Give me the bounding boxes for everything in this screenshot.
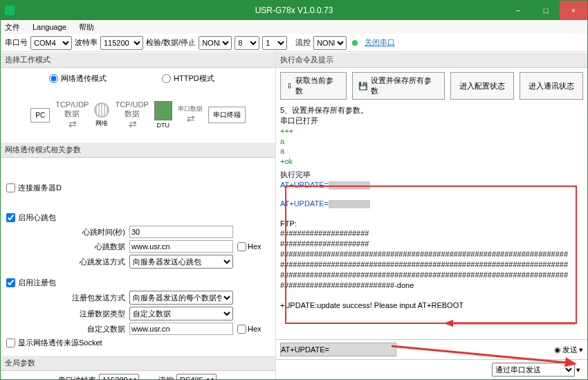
port-select[interactable]: COM4: [30, 36, 72, 50]
stopbits-select[interactable]: 1: [262, 36, 287, 50]
flow-label: 流控: [295, 37, 311, 48]
reg-type-select[interactable]: 自定义数据: [129, 307, 233, 320]
download-icon: ⇩: [286, 82, 293, 91]
reg-hex-chk[interactable]: [237, 325, 246, 334]
btn-setparams[interactable]: 💾设置并保存所有参数: [352, 72, 445, 100]
parity-label: 检验/数据/停止: [146, 37, 196, 48]
chk-heartbeat[interactable]: [6, 213, 15, 222]
log-output: 5、设置并保存所有参数。 串口已打开 +++ a a +ok 执行完毕 AT+U…: [276, 104, 587, 339]
send-input[interactable]: [280, 343, 396, 356]
mode-diagram: PC TCP/UDP数据⇄ 网络 TCP/UDP数据⇄ DTU 串口数据⇄ 串口…: [8, 88, 268, 142]
hb-hex-chk[interactable]: [237, 242, 246, 251]
annotation-arrow-icon: [443, 318, 575, 328]
maximize-button[interactable]: □: [532, 1, 560, 20]
reg-custom-input[interactable]: [129, 323, 233, 335]
gp-serial-label: 串口参数: [5, 378, 35, 379]
close-port-link[interactable]: 关闭串口: [365, 37, 395, 48]
chk-regpkt[interactable]: [6, 278, 15, 287]
menu-file[interactable]: 文件: [5, 22, 20, 33]
btn-commmode[interactable]: 进入通讯状态: [520, 72, 583, 100]
hb-data-input[interactable]: [129, 240, 233, 253]
baud-label: 波特率: [75, 37, 98, 48]
port-status-icon: [352, 40, 358, 46]
app-logo: [5, 6, 15, 15]
annotation-arrow-icon: [392, 342, 578, 370]
flow-select[interactable]: NONE: [313, 36, 347, 50]
svg-marker-3: [564, 357, 577, 367]
gp-baud[interactable]: 115200: [99, 374, 139, 379]
close-button[interactable]: ×: [560, 1, 587, 20]
section-netparams: 网络透传模式相关参数: [1, 142, 275, 158]
mode-httpd-radio[interactable]: HTTPD模式: [162, 73, 214, 84]
hb-time-input[interactable]: [129, 226, 233, 238]
svg-line-2: [392, 346, 568, 363]
svg-marker-1: [443, 320, 453, 327]
chevron-down-icon: ▾: [579, 345, 583, 354]
chk-serverD[interactable]: [6, 183, 15, 192]
menu-help[interactable]: 帮助: [79, 22, 94, 33]
chk-showsocket[interactable]: [6, 338, 15, 347]
window-title: USR-G78x V1.0.0.73: [255, 6, 333, 15]
gp-flow[interactable]: RS485: [176, 374, 217, 379]
reg-send-select[interactable]: 向服务器发送的每个数据包: [129, 291, 233, 305]
menu-language[interactable]: Language: [33, 23, 66, 31]
minimize-button[interactable]: −: [504, 1, 532, 20]
save-icon: 💾: [358, 82, 368, 91]
btn-getparams[interactable]: ⇩获取当前参数: [280, 72, 347, 100]
section-exec: 执行命令及提示: [276, 52, 587, 68]
baud-select[interactable]: 115200: [100, 36, 143, 50]
section-global: 全局参数: [1, 355, 275, 371]
btn-cfgmode[interactable]: 进入配置状态: [450, 72, 514, 100]
port-label: 串口号: [5, 37, 28, 48]
mode-net-radio[interactable]: 网络透传模式: [49, 73, 107, 84]
section-workmode: 选择工作模式: [1, 52, 275, 68]
hb-send-select[interactable]: 向服务器发送心跳包: [129, 255, 233, 269]
databits-select[interactable]: 8: [235, 36, 259, 50]
parity-select[interactable]: NONE: [199, 36, 232, 50]
